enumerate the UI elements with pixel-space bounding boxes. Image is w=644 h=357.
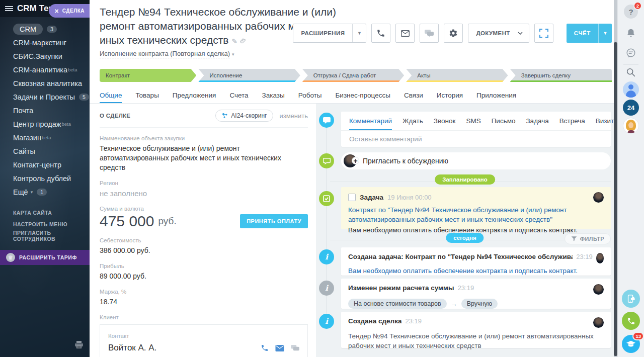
avatar[interactable] <box>593 192 604 203</box>
tab-processes[interactable]: Бизнес-процессы <box>335 87 390 103</box>
timeline-tab-comment[interactable]: Комментарий <box>349 112 392 130</box>
help-button[interactable]: ? 2 <box>624 5 638 19</box>
deal-type-selector[interactable]: Исполнение контракта (Повторная сделка)▾ <box>100 50 234 57</box>
planned-badge[interactable]: Запланировано <box>435 174 495 185</box>
filter-button[interactable]: ФИЛЬТР <box>565 233 611 244</box>
envelope-icon[interactable] <box>275 345 284 351</box>
deal-amount[interactable]: 475 000 <box>100 213 154 230</box>
timeline-tab-task[interactable]: Задача <box>526 112 548 130</box>
chevron-down-icon: ▾ <box>232 52 234 57</box>
timeline-tab-call[interactable]: Звонок <box>434 112 456 130</box>
crm-count-badge: 3 <box>47 26 57 33</box>
sidebar-item-mail[interactable]: Почта <box>0 104 90 117</box>
profile-button[interactable] <box>623 81 639 98</box>
event-deal-created[interactable]: Создана сделка 23:19 Тендер №94 Техничес… <box>341 312 611 348</box>
add-user-icon[interactable]: + <box>352 157 359 164</box>
sidebar-item-e2e-analytics[interactable]: Сквозная аналитика <box>0 76 90 90</box>
close-icon[interactable]: × <box>55 8 59 15</box>
tab-links[interactable]: Связи <box>404 87 423 103</box>
configure-menu-link[interactable]: НАСТРОИТЬ МЕНЮ <box>0 218 90 230</box>
field-value-region[interactable]: не заполнено <box>100 189 308 198</box>
document-button[interactable]: ДОКУМЕНТ <box>468 24 529 43</box>
tab-products[interactable]: Товары <box>135 87 158 103</box>
phone-icon[interactable] <box>261 344 269 352</box>
timeline-tab-email[interactable]: Письмо <box>492 112 516 130</box>
call-button[interactable] <box>371 24 390 43</box>
stage-acts[interactable]: Акты <box>406 69 508 82</box>
deal-tag[interactable]: × СДЕЛКА <box>49 4 90 18</box>
tab-orders[interactable]: Заказы <box>262 87 285 103</box>
today-badge[interactable]: сегодня <box>446 233 484 243</box>
task-label[interactable]: Задача <box>360 194 383 201</box>
invoice-dropdown[interactable]: ▼ <box>598 24 612 43</box>
sidebar-item-contact-center[interactable]: Контакт-центр <box>0 158 90 171</box>
notifications-button[interactable] <box>625 28 636 41</box>
accept-payment-button[interactable]: ПРИНЯТЬ ОПЛАТУ <box>240 214 308 228</box>
chat-button[interactable] <box>420 24 439 43</box>
tab-apps[interactable]: Приложения <box>476 87 516 103</box>
field-value-profit[interactable]: 89 000.00 руб. <box>100 272 308 281</box>
sidebar-item-sbis[interactable]: СБИС.Закупки <box>0 49 90 63</box>
timeline-tab-visit[interactable]: Визит <box>596 112 614 130</box>
invoice-button[interactable]: СЧЁТ ▼ <box>567 24 612 43</box>
stage-execution[interactable]: Исполнение <box>198 69 300 82</box>
sidebar-item-crm-analytics[interactable]: CRM-аналитикаbeta <box>0 63 90 76</box>
invite-employees-link[interactable]: ПРИГЛАСИТЬ СОТРУДНИКОВ <box>0 230 90 241</box>
sidebar-item-more[interactable]: Ещё▾1 <box>0 185 90 199</box>
sidebar-item-sales-center[interactable]: Центр продажbeta <box>0 117 90 131</box>
field-value-margin[interactable]: 18.74 <box>100 297 308 307</box>
sitemap-link[interactable]: КАРТА САЙТА <box>0 207 90 218</box>
tab-general[interactable]: Общие <box>100 87 122 103</box>
sidebar-item-shop[interactable]: Магазинbeta <box>0 131 90 144</box>
event-sum-mode-changed[interactable]: Изменен режим расчета суммы 23:19 На осн… <box>341 279 611 309</box>
avatar[interactable] <box>593 317 604 328</box>
sidebar-item-tasks[interactable]: Задачи и Проекты5 <box>0 90 90 104</box>
timeline-tab-meeting[interactable]: Встреча <box>559 112 585 130</box>
fullscreen-button[interactable] <box>534 24 553 43</box>
link-icon[interactable] <box>239 37 246 44</box>
event-task-created[interactable]: Создана задача: Контракт по "Тендер №94 … <box>341 247 611 276</box>
avatar[interactable] <box>596 253 604 263</box>
edit-title-icon[interactable]: ✎ <box>231 37 237 45</box>
scrollbar-thumb[interactable] <box>614 42 617 356</box>
field-value-cost[interactable]: 386 000.00 руб. <box>100 246 308 255</box>
timeline-tab-sms[interactable]: SMS <box>466 112 480 130</box>
stage-contract[interactable]: Контракт <box>100 69 196 82</box>
menu-icon[interactable] <box>5 6 13 11</box>
extensions-button[interactable]: РАСШИРЕНИЯ ▼ <box>293 24 366 43</box>
timeline-tab-wait[interactable]: Ждать <box>403 112 423 130</box>
telephony-button[interactable] <box>622 312 640 330</box>
edit-deal-link[interactable]: изменить <box>279 112 308 120</box>
bitrix24-button[interactable]: 24 <box>623 100 639 116</box>
extensions-dropdown[interactable]: ▼ <box>352 24 366 42</box>
search-button[interactable] <box>625 67 636 80</box>
comment-input[interactable] <box>341 131 613 147</box>
mobile-app-button[interactable] <box>622 290 640 308</box>
settings-button[interactable] <box>444 24 463 43</box>
email-button[interactable] <box>395 24 415 43</box>
field-value-name[interactable]: Техническое обслуживание и (или) ремонт … <box>100 144 308 172</box>
messenger-button[interactable] <box>625 47 636 60</box>
user-avatar-button[interactable] <box>623 118 639 134</box>
tab-invoices[interactable]: Счета <box>229 87 248 103</box>
b24-logo: 24 <box>623 100 639 116</box>
tab-quotes[interactable]: Предложения <box>173 87 216 103</box>
sidebar-item-crm-marketing[interactable]: CRM-маркетинг <box>0 36 90 49</box>
sidebar-item-duplicates[interactable]: Контроль дублей <box>0 171 90 185</box>
stage-shipment[interactable]: Отгрузка / Сдача работ <box>302 69 404 82</box>
task-checkbox[interactable] <box>348 194 356 201</box>
chat-icon[interactable] <box>291 345 299 351</box>
tab-history[interactable]: История <box>437 87 463 103</box>
task-link[interactable]: Контракт по "Тендер №94 Техническое обсл… <box>348 205 606 224</box>
print-icon[interactable] <box>74 341 84 351</box>
upgrade-plan-button[interactable]: ♛ РАСШИРИТЬ ТАРИФ <box>0 250 90 265</box>
invite-to-discussion[interactable]: + Пригласить к обсуждению <box>341 152 611 169</box>
avatar[interactable] <box>593 284 604 295</box>
sidebar-item-crm[interactable]: CRM3 <box>0 22 90 36</box>
ai-scoring-button[interactable]: AI24-скоринг <box>215 110 273 122</box>
education-button[interactable]: 13 <box>622 335 640 353</box>
stage-finish[interactable]: Завершить сделку <box>510 69 612 82</box>
contact-name[interactable]: Войток А. А. <box>108 343 156 353</box>
tab-robots[interactable]: Роботы <box>298 87 322 103</box>
sidebar-item-sites[interactable]: Сайты <box>0 144 90 158</box>
